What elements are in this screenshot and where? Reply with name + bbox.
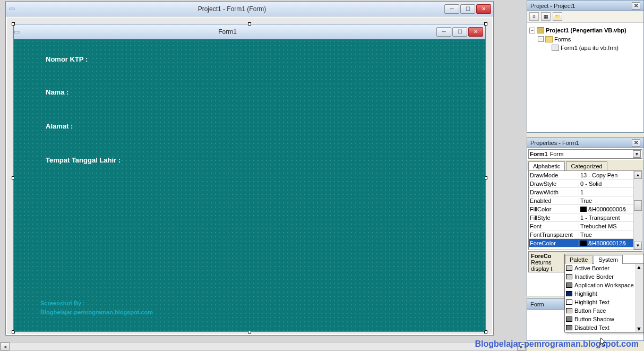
- project-tree[interactable]: − Project1 (Pengertian VB.vbp) − Forms F…: [527, 23, 643, 56]
- property-row[interactable]: EnabledTrue: [529, 196, 642, 205]
- color-swatch-icon: [566, 308, 572, 313]
- property-row[interactable]: FontTrebuchet MS: [529, 222, 642, 230]
- color-option-label: Active Border: [574, 265, 609, 271]
- property-value[interactable]: 0 - Solid: [579, 181, 642, 187]
- property-row[interactable]: DrawMode13 - Copy Pen: [529, 171, 642, 179]
- label-nomor-ktp[interactable]: Nomor KTP :: [46, 55, 88, 63]
- page-watermark: Blogbelajar-pemrograman.blogspot.com: [475, 339, 639, 349]
- property-value[interactable]: 1: [579, 189, 642, 195]
- color-picker-dropdown[interactable]: Palette System Active BorderInactive Bor…: [564, 254, 644, 332]
- color-option[interactable]: Application Workspace: [565, 281, 643, 289]
- tab-alphabetic[interactable]: Alphabetic: [528, 161, 565, 171]
- form1-title: Form1: [20, 28, 435, 36]
- color-option-label: Inactive Border: [574, 273, 614, 280]
- property-value[interactable]: Trebuchet MS: [579, 223, 642, 229]
- property-value[interactable]: True: [579, 198, 642, 204]
- color-option[interactable]: Active Border: [565, 264, 643, 272]
- object-selector-combo[interactable]: Form1 Form ▼: [528, 149, 642, 159]
- property-row[interactable]: FillStyle1 - Transparent: [529, 213, 642, 222]
- color-swatch-icon: [566, 291, 572, 296]
- label-tempat-tanggal-lahir[interactable]: Tempat Tanggal Lahir :: [46, 156, 121, 164]
- tree-toggle-icon[interactable]: −: [538, 36, 544, 42]
- maximize-button: ☐: [452, 27, 467, 37]
- property-grid[interactable]: DrawMode13 - Copy PenDrawStyle0 - SolidD…: [528, 170, 642, 250]
- toggle-folders-button[interactable]: 📁: [553, 12, 562, 21]
- properties-panel-title[interactable]: Properties - Form1 ✕: [527, 138, 643, 148]
- project-panel-title[interactable]: Project - Project1 ✕: [527, 1, 643, 11]
- tree-item-form1[interactable]: Form1 (apa itu vb.frm): [529, 44, 641, 53]
- color-option[interactable]: Highlight Text: [565, 298, 643, 306]
- property-row[interactable]: DrawStyle0 - Solid: [529, 179, 642, 188]
- property-row[interactable]: FillColor&H00000000&: [529, 205, 642, 213]
- designer-mdi-window: Project1 - Form1 (Form) ─ ☐ ✕ Form1: [5, 1, 494, 336]
- color-option-label: Highlight Text: [574, 299, 609, 305]
- property-name: Enabled: [529, 198, 579, 204]
- form-canvas[interactable]: Nomor KTP : Nama : Alamat : Tempat Tangg…: [14, 39, 485, 331]
- scroll-up-button[interactable]: ▲: [634, 171, 642, 179]
- property-name: Font: [529, 223, 579, 229]
- minimize-button[interactable]: ─: [444, 4, 459, 14]
- property-name: FillColor: [529, 206, 579, 212]
- scroll-thumb[interactable]: [634, 200, 642, 211]
- outer-titlebar[interactable]: Project1 - Form1 (Form) ─ ☐ ✕: [6, 2, 493, 16]
- close-button: ✕: [468, 27, 483, 37]
- property-value[interactable]: 13 - Copy Pen: [579, 172, 642, 178]
- property-value[interactable]: True: [579, 232, 642, 238]
- tree-folder-forms[interactable]: − Forms: [529, 35, 641, 44]
- form-icon: [14, 28, 20, 36]
- color-option[interactable]: Disabled Text: [565, 323, 643, 332]
- scroll-down-button[interactable]: ▼: [634, 242, 642, 250]
- property-row[interactable]: FontTransparentTrue: [529, 230, 642, 239]
- color-option[interactable]: Button Face: [565, 306, 643, 315]
- color-option[interactable]: Inactive Border: [565, 272, 643, 281]
- outer-title: Project1 - Form1 (Form): [21, 5, 443, 13]
- color-option[interactable]: Button Shadow: [565, 315, 643, 323]
- form-designer[interactable]: Form1 ─ ☐ ✕ Nomor KTP : Nama : Alamat : …: [13, 24, 486, 332]
- color-swatch-icon: [566, 299, 572, 305]
- panel-close-button[interactable]: ✕: [632, 2, 640, 10]
- property-name: DrawWidth: [529, 189, 579, 195]
- folder-icon: [545, 36, 553, 42]
- property-name: DrawMode: [529, 172, 579, 178]
- properties-scrollbar[interactable]: ▲ ▼: [633, 171, 642, 250]
- horizontal-scrollbar[interactable]: ◄ ►: [0, 342, 527, 351]
- form-icon: [552, 45, 559, 51]
- tree-toggle-icon[interactable]: −: [529, 28, 535, 33]
- tab-system[interactable]: System: [594, 255, 623, 264]
- chevron-down-icon[interactable]: ▼: [633, 150, 641, 158]
- label-nama[interactable]: Nama :: [46, 88, 68, 96]
- view-object-button[interactable]: ▦: [541, 12, 551, 21]
- panel-close-button[interactable]: ✕: [632, 139, 640, 147]
- color-option-label: Highlight: [574, 290, 597, 297]
- project-icon: [537, 27, 544, 33]
- maximize-button[interactable]: ☐: [460, 4, 475, 14]
- scroll-left-button[interactable]: ◄: [1, 343, 10, 350]
- property-name: FontTransparent: [529, 232, 579, 238]
- property-value[interactable]: 1 - Transparent: [579, 215, 642, 221]
- color-list-scrollbar[interactable]: ▲ ▼: [636, 264, 643, 332]
- color-swatch-icon: [566, 282, 572, 288]
- property-name: ForeColor: [529, 240, 579, 246]
- tab-palette[interactable]: Palette: [565, 255, 593, 264]
- form-icon: [9, 5, 18, 13]
- view-code-button[interactable]: ≡: [529, 12, 539, 21]
- color-swatch-icon: [566, 316, 572, 322]
- project-toolbar: ≡ ▦ 📁: [527, 11, 643, 23]
- property-name: DrawStyle: [529, 181, 579, 187]
- tree-project-root[interactable]: − Project1 (Pengertian VB.vbp): [529, 26, 641, 35]
- property-value[interactable]: &H80000012&▼: [579, 240, 642, 246]
- property-name: HasDC: [529, 249, 579, 251]
- label-alamat[interactable]: Alamat :: [46, 122, 73, 130]
- scroll-down-button[interactable]: ▼: [636, 326, 643, 332]
- tab-categorized[interactable]: Categorized: [566, 161, 607, 171]
- color-option-label: Application Workspace: [574, 282, 634, 288]
- property-value[interactable]: &H00000000&: [579, 206, 642, 212]
- property-row[interactable]: DrawWidth1: [529, 188, 642, 196]
- property-name: FillStyle: [529, 215, 579, 221]
- close-button[interactable]: ✕: [476, 4, 491, 14]
- color-option-label: Disabled Text: [574, 324, 609, 331]
- property-row[interactable]: HasDC: [529, 247, 642, 250]
- scroll-up-button[interactable]: ▲: [636, 264, 643, 270]
- property-row[interactable]: ForeColor&H80000012&▼: [529, 239, 642, 247]
- color-option[interactable]: Highlight: [565, 289, 643, 298]
